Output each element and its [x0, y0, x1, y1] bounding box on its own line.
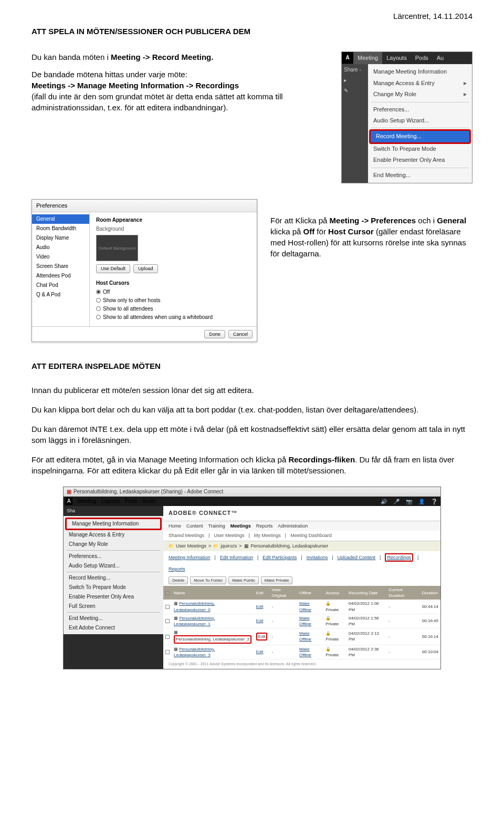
row-checkbox[interactable] [165, 619, 170, 623]
make-private-button[interactable]: Make Private [261, 576, 293, 584]
recording-name-link[interactable]: Personalutbildning, Ledaskapskurser_3 [174, 647, 215, 657]
tab-edit-participants[interactable]: Edit Participants [262, 554, 297, 561]
sidebar-item-audio[interactable]: Audio [32, 243, 89, 252]
recording-name-link[interactable]: Personalutbildning, Ledaskapskurser_0 [174, 601, 215, 612]
menu-presenter-only[interactable]: Enable Presenter Only Area [368, 154, 472, 166]
make-offline-link[interactable]: Make Offline [299, 631, 311, 642]
done-button[interactable]: Done [204, 330, 225, 339]
make-offline-link[interactable]: Make Offline [299, 616, 311, 626]
sidebar-item-video[interactable]: Video [32, 252, 89, 262]
menu-prepare-mode[interactable]: Switch To Prepare Mode [368, 143, 472, 154]
sidebar-item-general[interactable]: General [32, 214, 89, 224]
radio-label: Show to all attendees [103, 305, 153, 313]
camera-icon[interactable]: 📷 [406, 498, 413, 504]
menu-change-role[interactable]: Change My Role▶ [368, 89, 472, 100]
tab-invitations[interactable]: Invitations [307, 554, 328, 561]
delete-button[interactable]: Delete [169, 576, 188, 584]
th-recording-date[interactable]: Recording Date [346, 586, 386, 600]
radio-whiteboard[interactable]: Show to all attendees when using a white… [96, 314, 250, 321]
sidebar-item-qa[interactable]: Q & A Pod [32, 290, 89, 299]
nav-meetings[interactable]: Meetings [230, 523, 251, 530]
cell-date: 04/02/2012 2:36 PM [346, 645, 386, 659]
crumb-user[interactable]: jquirozs [220, 543, 237, 550]
tab-pods[interactable]: Pods [411, 52, 433, 64]
speaker-icon[interactable]: 🔊 [381, 498, 388, 504]
nav-reports[interactable]: Reports [256, 523, 273, 530]
tab-recordings[interactable]: Recordings [385, 553, 413, 562]
radio-off[interactable]: Off [96, 288, 250, 296]
menu-manage-access[interactable]: Manage Access & Entry [64, 530, 163, 540]
preferences-sidebar: General Room Bandwidth Display Name Audi… [32, 212, 90, 326]
menu-exit[interactable]: Exit Adobe Connect [64, 623, 163, 633]
sidebar-item-screenshare[interactable]: Screen Share [32, 262, 89, 271]
menu-audio[interactable]: Audio [142, 498, 156, 505]
sidebar-item-attendees[interactable]: Attendees Pod [32, 271, 89, 281]
th-name[interactable]: Name [172, 586, 254, 600]
para-4: Innan du publicerar ett möte/en session … [32, 385, 472, 396]
menu-presenter-only[interactable]: Enable Presenter Only Area [64, 592, 163, 602]
row-checkbox[interactable] [165, 650, 170, 654]
person-icon[interactable]: 👤 [418, 498, 426, 504]
menu-record-meeting[interactable]: Record Meeting... [371, 131, 469, 142]
crumb-meeting[interactable]: Personalutbildning, Ledaskapskurser [251, 543, 329, 550]
tab-meeting[interactable]: Meeting [353, 52, 382, 64]
subnav-user[interactable]: User Meetings [214, 532, 244, 539]
tab-audio[interactable]: Au [433, 52, 448, 64]
nav-training[interactable]: Training [208, 523, 225, 530]
use-default-button[interactable]: Use Default [96, 264, 130, 273]
menu-preferences[interactable]: Preferences... [368, 104, 472, 115]
sidebar-item-bandwidth[interactable]: Room Bandwidth [32, 224, 89, 233]
subnav-my[interactable]: My Meetings [254, 532, 281, 539]
menu-manage-meeting-info[interactable]: Manage Meeting Information [368, 66, 472, 77]
nav-content[interactable]: Content [186, 523, 203, 530]
upload-button[interactable]: Upload [133, 264, 158, 273]
text-bold: Meeting -> Record Meeting. [111, 53, 213, 61]
checkbox-all[interactable] [165, 591, 170, 595]
menu-fullscreen[interactable]: Full Screen [64, 602, 163, 611]
menu-end-meeting[interactable]: End Meeting... [368, 170, 472, 181]
cancel-button[interactable]: Cancel [228, 330, 253, 339]
tab-uploaded-content[interactable]: Uploaded Content [338, 554, 376, 561]
app-menubar: A Meeting Layouts Pods Audio 🔊 🎤 📷 👤 ❔ [64, 497, 440, 506]
menu-layouts[interactable]: Layouts [101, 498, 120, 505]
edit-link[interactable]: Edit [256, 604, 264, 609]
make-offline-link[interactable]: Make Offline [299, 601, 311, 612]
menu-preferences[interactable]: Preferences... [64, 552, 163, 561]
tab-layouts[interactable]: Layouts [382, 52, 411, 64]
radio-all[interactable]: Show to all attendees [96, 305, 250, 313]
edit-link[interactable]: Edit [256, 633, 268, 641]
menu-end-meeting[interactable]: End Meeting... [64, 614, 163, 623]
menu-change-role[interactable]: Change My Role [64, 540, 163, 549]
make-public-button[interactable]: Make Public [228, 576, 259, 584]
row-checkbox[interactable] [165, 605, 170, 609]
nav-admin[interactable]: Administration [278, 523, 308, 530]
tab-reports[interactable]: Reports [169, 566, 185, 573]
radio-hosts[interactable]: Show only to other hosts [96, 297, 250, 304]
move-button[interactable]: Move To Folder [190, 576, 226, 584]
menu-manage-meeting-info[interactable]: Manage Meeting Information [65, 518, 162, 530]
make-offline-link[interactable]: Make Offline [299, 647, 311, 657]
th-duration[interactable]: Duration [420, 586, 440, 600]
microphone-icon[interactable]: 🎤 [393, 498, 401, 504]
subnav-shared[interactable]: Shared Meetings [169, 532, 204, 539]
sidebar-item-chat[interactable]: Chat Pod [32, 281, 89, 290]
tab-edit-info[interactable]: Edit Information [220, 554, 253, 561]
edit-link[interactable]: Edit [256, 649, 264, 654]
help-icon[interactable]: ❔ [431, 498, 438, 504]
crumb-user-meetings[interactable]: User Meetings [176, 543, 206, 550]
menu-manage-access[interactable]: Manage Access & Entry▶ [368, 78, 472, 89]
subnav-dashboard[interactable]: Meeting Dashboard [290, 532, 332, 539]
menu-meeting[interactable]: Meeting [78, 498, 97, 505]
menu-pods[interactable]: Pods [125, 498, 137, 505]
menu-prepare-mode[interactable]: Switch To Prepare Mode [64, 583, 163, 592]
recording-name-link[interactable]: Personalutbildning, Ledaskapskurser_2 [174, 635, 251, 643]
tab-meeting-info[interactable]: Meeting Information [169, 554, 211, 561]
edit-link[interactable]: Edit [256, 618, 264, 623]
menu-audio-wizard[interactable]: Audio Setup Wizard... [64, 561, 163, 571]
recording-name-link[interactable]: Personalutbildning, Ledaskapskurser_1 [174, 616, 215, 626]
nav-home[interactable]: Home [169, 523, 181, 530]
sidebar-item-display-name[interactable]: Display Name [32, 233, 89, 243]
menu-audio-wizard[interactable]: Audio Setup Wizard... [368, 115, 472, 126]
row-checkbox[interactable] [165, 635, 170, 639]
menu-record-meeting[interactable]: Record Meeting... [64, 573, 163, 583]
